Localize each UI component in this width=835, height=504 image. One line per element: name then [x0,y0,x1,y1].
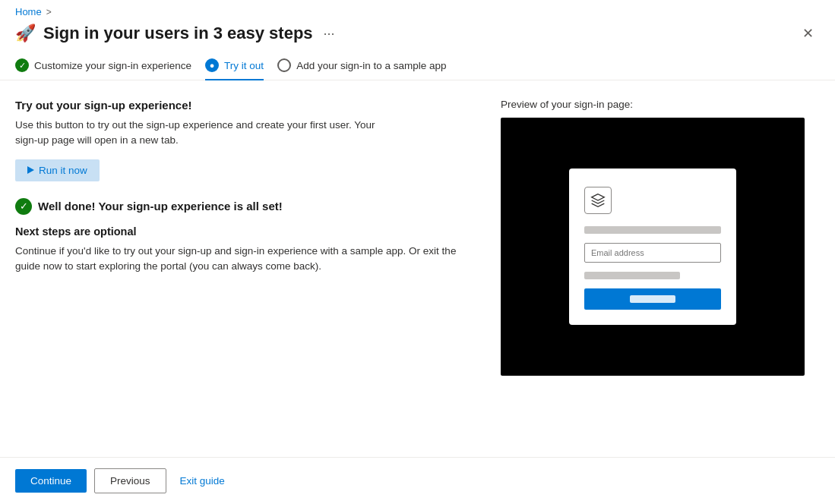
step-1-label: Customize your sign-in experience [34,60,191,71]
left-panel: Try out your sign-up experience! Use thi… [15,99,470,457]
breadcrumb: Home > [0,0,835,17]
signin-password-bar [584,272,680,279]
signin-button [584,288,721,310]
step-3-item[interactable]: Add your sign-in to a sample app [277,52,460,80]
header: 🚀 Sign in your users in 3 easy steps ···… [0,17,835,45]
play-icon [27,166,34,174]
signin-card [569,169,736,325]
cube-icon [590,193,606,208]
run-btn-label: Run it now [39,165,87,176]
success-check-icon: ✓ [15,198,32,215]
step-1-item[interactable]: ✓ Customize your sign-in experience [15,52,205,80]
previous-button[interactable]: Previous [94,468,166,493]
step-1-check-icon: ✓ [15,58,29,72]
breadcrumb-separator: > [46,7,52,17]
section-desc: Use this button to try out the sign-up e… [15,118,395,149]
breadcrumb-home[interactable]: Home [15,6,42,17]
success-text: Well done! Your sign-up experience is al… [38,200,283,213]
right-panel: Preview of your sign-in page: [501,99,820,457]
step-3-empty-icon [277,58,291,72]
rocket-emoji: 🚀 [15,24,36,43]
next-steps-desc: Continue if you'd like to try out your s… [15,244,470,275]
step-3-label: Add your sign-in to a sample app [296,60,446,71]
step-2-label: Try it out [224,60,264,71]
footer: Continue Previous Exit guide [0,457,835,504]
success-row: ✓ Well done! Your sign-up experience is … [15,198,470,215]
signin-button-inner [630,295,675,303]
signin-title-bar [584,226,721,234]
next-steps-title: Next steps are optional [15,225,470,238]
step-2-active-icon: ● [205,58,219,72]
more-options-dots[interactable]: ··· [324,26,335,42]
signin-email-input[interactable] [584,243,721,263]
run-it-now-button[interactable]: Run it now [15,159,100,181]
preview-label: Preview of your sign-in page: [501,99,820,110]
step-2-item[interactable]: ● Try it out [205,52,277,80]
header-left: 🚀 Sign in your users in 3 easy steps ··· [15,24,335,43]
main-content: Try out your sign-up experience! Use thi… [0,80,835,457]
exit-guide-button[interactable]: Exit guide [174,469,231,493]
steps-nav: ✓ Customize your sign-in experience ● Tr… [0,45,835,80]
preview-box [501,118,805,376]
close-button[interactable]: ✕ [796,22,820,45]
continue-button[interactable]: Continue [15,469,87,493]
page-title: Sign in your users in 3 easy steps [43,24,313,43]
page-container: Home > 🚀 Sign in your users in 3 easy st… [0,0,835,504]
app-icon [584,187,612,214]
section-title: Try out your sign-up experience! [15,99,470,112]
